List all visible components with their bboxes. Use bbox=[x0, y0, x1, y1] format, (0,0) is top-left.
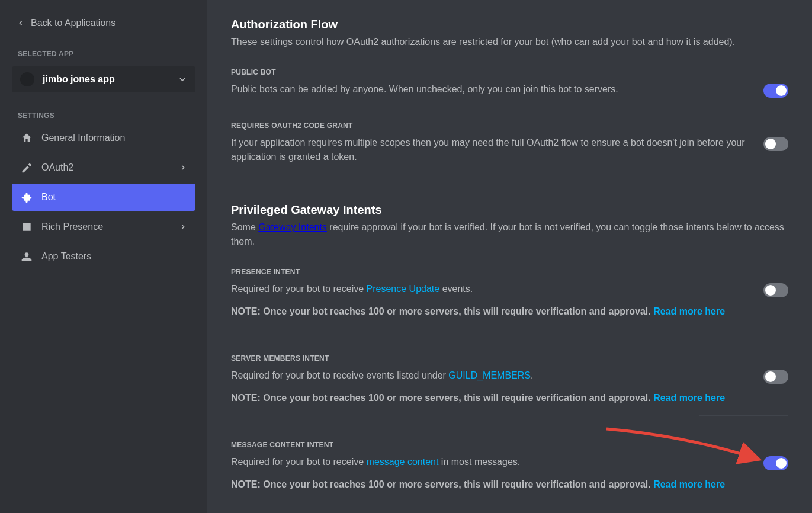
presence-update-link[interactable]: Presence Update bbox=[367, 284, 440, 294]
puzzle-icon bbox=[20, 191, 33, 204]
presence-intent-toggle[interactable] bbox=[763, 283, 788, 297]
message-content-intent-desc: Required for your bot to receive message… bbox=[231, 455, 749, 469]
server-members-intent-header: Server Members Intent bbox=[231, 354, 788, 363]
app-name: jimbo jones app bbox=[43, 74, 178, 85]
gateway-intents-link[interactable]: Gateway Intents bbox=[258, 222, 327, 232]
message-content-read-more-link[interactable]: Read more here bbox=[653, 479, 725, 489]
divider bbox=[699, 329, 788, 329]
sidebar-item-app-testers[interactable]: App Testers bbox=[12, 243, 195, 270]
code-grant-header: Requires OAuth2 Code Grant bbox=[231, 121, 788, 130]
app-selector[interactable]: jimbo jones app bbox=[12, 66, 195, 92]
message-content-intent-setting: Message Content Intent Required for your… bbox=[231, 441, 788, 502]
back-label: Back to Applications bbox=[31, 18, 115, 28]
server-members-intent-setting: Server Members Intent Required for your … bbox=[231, 354, 788, 416]
presence-intent-header: Presence Intent bbox=[231, 268, 788, 276]
gateway-desc-pre: Some bbox=[231, 222, 258, 232]
people-icon bbox=[20, 250, 33, 263]
members-read-more-link[interactable]: Read more here bbox=[653, 393, 725, 403]
sidebar-item-rich-presence[interactable]: Rich Presence bbox=[12, 213, 195, 241]
arrow-left-icon bbox=[17, 19, 25, 27]
divider bbox=[699, 502, 788, 502]
server-members-intent-desc: Required for your bot to receive events … bbox=[231, 368, 749, 383]
presence-read-more-link[interactable]: Read more here bbox=[653, 306, 725, 316]
presence-intent-setting: Presence Intent Required for your bot to… bbox=[231, 268, 788, 329]
presence-intent-desc: Required for your bot to receive Presenc… bbox=[231, 282, 749, 296]
sidebar-item-label: App Testers bbox=[41, 251, 187, 262]
sidebar-item-label: General Information bbox=[41, 133, 187, 143]
sidebar-item-bot[interactable]: Bot bbox=[12, 184, 195, 211]
chevron-right-icon bbox=[179, 223, 187, 231]
message-content-intent-note: NOTE: Once your bot reaches 100 or more … bbox=[231, 477, 749, 492]
authorization-flow-title: Authorization Flow bbox=[231, 18, 788, 31]
presence-intent-note: NOTE: Once your bot reaches 100 or more … bbox=[231, 304, 749, 319]
server-members-intent-toggle[interactable] bbox=[763, 370, 788, 384]
doc-icon bbox=[20, 220, 33, 233]
app-avatar bbox=[20, 72, 34, 86]
code-grant-setting: Requires OAuth2 Code Grant If your appli… bbox=[231, 121, 788, 175]
wrench-icon bbox=[20, 161, 33, 174]
chevron-right-icon bbox=[179, 163, 187, 172]
public-bot-header: Public Bot bbox=[231, 68, 788, 76]
divider bbox=[699, 415, 788, 416]
public-bot-desc: Public bots can be added by anyone. When… bbox=[231, 82, 749, 97]
guild-members-link[interactable]: GUILD_MEMBERS bbox=[448, 370, 531, 380]
message-content-link[interactable]: message content bbox=[367, 457, 439, 467]
selected-app-header: Selected App bbox=[18, 50, 195, 58]
divider bbox=[604, 108, 788, 108]
message-content-intent-header: Message Content Intent bbox=[231, 441, 788, 449]
message-content-intent-toggle[interactable] bbox=[763, 456, 788, 470]
settings-header: Settings bbox=[18, 111, 195, 120]
sidebar-item-label: Rich Presence bbox=[41, 222, 171, 232]
gateway-intents-desc: Some Gateway Intents require approval if… bbox=[231, 220, 788, 249]
settings-nav: General Information OAuth2 Bot bbox=[12, 124, 195, 272]
gateway-intents-title: Privileged Gateway Intents bbox=[231, 203, 788, 217]
authorization-flow-desc: These settings control how OAuth2 author… bbox=[231, 35, 788, 49]
sidebar-item-oauth2[interactable]: OAuth2 bbox=[12, 154, 195, 181]
code-grant-desc: If your application requires multiple sc… bbox=[231, 136, 749, 164]
sidebar-item-label: Bot bbox=[41, 192, 187, 203]
chevron-down-icon bbox=[178, 75, 187, 84]
sidebar: Back to Applications Selected App jimbo … bbox=[0, 0, 207, 513]
code-grant-toggle[interactable] bbox=[763, 137, 788, 151]
public-bot-setting: Public Bot Public bots can be added by a… bbox=[231, 68, 788, 108]
main-content: Authorization Flow These settings contro… bbox=[207, 0, 812, 513]
server-members-intent-note: NOTE: Once your bot reaches 100 or more … bbox=[231, 391, 749, 405]
sidebar-item-general-information[interactable]: General Information bbox=[12, 124, 195, 152]
back-to-applications-link[interactable]: Back to Applications bbox=[12, 18, 195, 28]
sidebar-item-label: OAuth2 bbox=[41, 162, 171, 173]
public-bot-toggle[interactable] bbox=[763, 84, 788, 98]
home-icon bbox=[20, 132, 33, 145]
